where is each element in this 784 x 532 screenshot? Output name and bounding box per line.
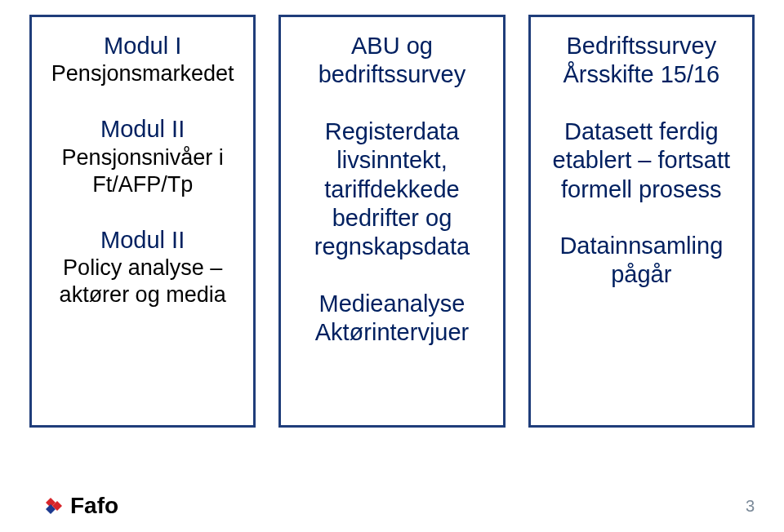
block: Medieanalyse Aktørintervjuer bbox=[292, 290, 491, 348]
block: Modul II Policy analyse – aktører og med… bbox=[43, 226, 242, 308]
block-title: Bedriftssurvey Årsskifte 15/16 bbox=[542, 32, 741, 90]
fafo-logo-mark bbox=[39, 493, 65, 519]
block-title: Medieanalyse Aktørintervjuer bbox=[292, 290, 491, 348]
block-sub: Pensjonsmarkedet bbox=[43, 60, 242, 87]
block-title: Datainnsamling pågår bbox=[542, 232, 741, 290]
block: Modul II Pensjonsnivåer i Ft/AFP/Tp bbox=[43, 115, 242, 197]
block: Datainnsamling pågår bbox=[542, 232, 741, 290]
block: Modul I Pensjonsmarkedet bbox=[43, 32, 242, 87]
column-3: Bedriftssurvey Årsskifte 15/16 Datasett … bbox=[528, 15, 755, 428]
columns-container: Modul I Pensjonsmarkedet Modul II Pensjo… bbox=[0, 0, 784, 428]
fafo-logo-text: Fafo bbox=[70, 493, 118, 519]
block-title: Modul II bbox=[43, 115, 242, 144]
page-number: 3 bbox=[746, 497, 755, 516]
block: Bedriftssurvey Årsskifte 15/16 bbox=[542, 32, 741, 90]
block: Registerdata livsinntekt, tariffdekkede … bbox=[292, 117, 491, 262]
column-1: Modul I Pensjonsmarkedet Modul II Pensjo… bbox=[29, 15, 256, 428]
slide-footer: Fafo 3 bbox=[39, 493, 755, 519]
block-title: Modul II bbox=[43, 226, 242, 255]
fafo-logo: Fafo bbox=[39, 493, 118, 519]
block-title: Registerdata livsinntekt, tariffdekkede … bbox=[292, 117, 491, 262]
block: Datasett ferdig etablert – fortsatt form… bbox=[542, 117, 741, 204]
column-2: ABU og bedriftssurvey Registerdata livsi… bbox=[278, 15, 505, 428]
block-sub: Pensjonsnivåer i Ft/AFP/Tp bbox=[43, 144, 242, 198]
block-sub: Policy analyse – aktører og media bbox=[43, 255, 242, 308]
block-title: ABU og bedriftssurvey bbox=[292, 32, 491, 90]
block: ABU og bedriftssurvey bbox=[292, 32, 491, 90]
block-title: Datasett ferdig etablert – fortsatt form… bbox=[542, 117, 741, 204]
block-title: Modul I bbox=[43, 32, 242, 60]
